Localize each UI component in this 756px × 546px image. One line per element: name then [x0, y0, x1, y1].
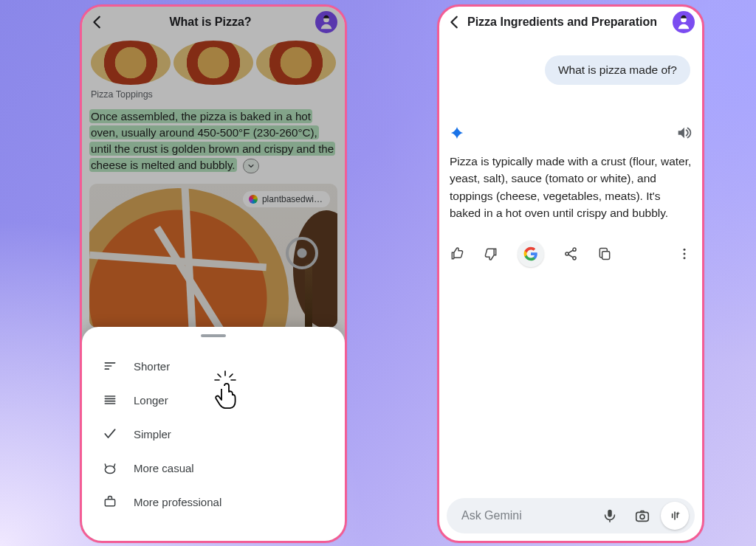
share-icon[interactable] — [563, 246, 578, 261]
thumbs-down-icon[interactable] — [484, 246, 498, 261]
gemini-spark-icon — [450, 125, 464, 140]
svg-point-12 — [640, 514, 645, 519]
page-title-left: What is Pizza? — [106, 15, 315, 29]
sheet-item-simpler[interactable]: Simpler — [82, 417, 345, 451]
back-icon[interactable] — [89, 14, 106, 30]
highlighted-paragraph[interactable]: Once assembled, the pizza is baked in a … — [89, 108, 337, 173]
image-credit-chip[interactable]: plantbasedwi… — [243, 191, 330, 207]
prompt-input[interactable]: Ask Gemini — [447, 498, 695, 533]
avatar[interactable] — [315, 11, 337, 33]
response-actions — [450, 241, 692, 267]
camera-icon[interactable] — [628, 502, 656, 530]
phone-left: What is Pizza? Pizza Toppings Once assem… — [80, 4, 347, 543]
sheet-item-more-casual[interactable]: More casual — [82, 451, 345, 485]
svg-point-8 — [684, 249, 686, 251]
avatar[interactable] — [673, 11, 695, 33]
live-icon[interactable] — [661, 502, 689, 530]
bottom-sheet[interactable]: Shorter Longer Simpler More casual More … — [82, 327, 345, 541]
sheet-item-more-professional[interactable]: More professional — [82, 485, 345, 519]
phone-right: Pizza Ingredients and Preparation What i… — [437, 4, 704, 543]
longer-icon — [103, 393, 117, 407]
svg-point-4 — [573, 248, 576, 251]
caption-pizza-toppings: Pizza Toppings — [89, 86, 337, 107]
svg-point-9 — [684, 253, 686, 255]
thumbs-up-icon[interactable] — [450, 246, 464, 261]
sheet-grabber[interactable] — [201, 334, 226, 337]
speaker-icon[interactable] — [676, 125, 692, 141]
shorter-icon — [103, 359, 117, 373]
back-icon[interactable] — [447, 14, 463, 30]
svg-rect-11 — [636, 512, 649, 521]
image-pizza-toppings — [89, 38, 337, 86]
image-baked-pizza: plantbasedwi… — [89, 184, 337, 328]
svg-point-10 — [684, 257, 686, 259]
simpler-icon — [103, 426, 117, 441]
user-message[interactable]: What is pizza made of? — [545, 55, 690, 85]
response-block: Pizza is typically made with a crust (fl… — [439, 85, 702, 267]
svg-point-5 — [566, 252, 568, 255]
svg-rect-7 — [602, 252, 610, 260]
assistant-response: Pizza is typically made with a crust (fl… — [450, 153, 692, 221]
more-icon[interactable] — [677, 246, 692, 261]
chat-area: What is pizza made of? — [439, 38, 702, 85]
casual-icon — [103, 460, 117, 475]
mic-icon[interactable] — [596, 502, 624, 530]
expand-icon[interactable] — [243, 159, 259, 173]
prompt-placeholder: Ask Gemini — [461, 509, 591, 522]
google-search-button[interactable] — [518, 241, 544, 267]
cursor-overlay — [209, 370, 243, 410]
header-left: What is Pizza? — [82, 7, 345, 38]
article-body: Pizza Toppings Once assembled, the pizza… — [82, 38, 345, 350]
professional-icon — [103, 494, 117, 509]
copy-icon[interactable] — [597, 246, 612, 261]
page-title-right: Pizza Ingredients and Preparation — [467, 15, 673, 29]
header-right: Pizza Ingredients and Preparation — [439, 7, 702, 38]
svg-point-6 — [573, 257, 576, 260]
instagram-icon — [249, 195, 258, 204]
svg-rect-2 — [105, 500, 114, 506]
